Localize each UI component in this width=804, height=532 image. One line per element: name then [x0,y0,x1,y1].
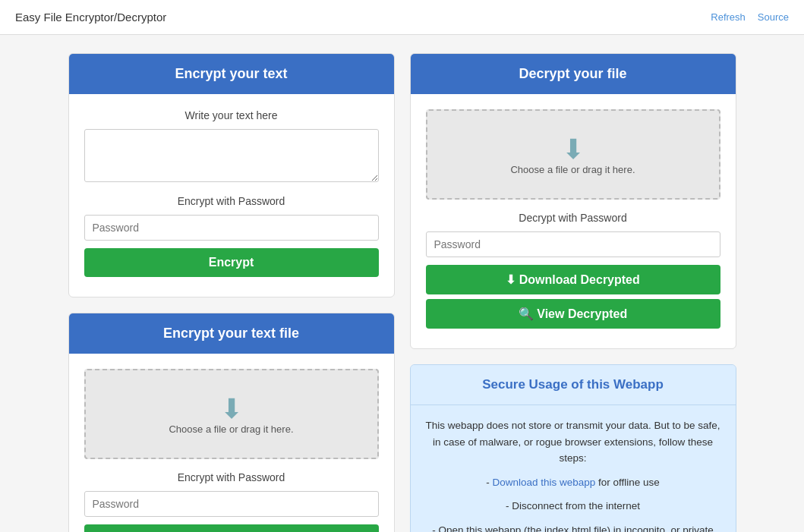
decrypt-file-password[interactable] [426,231,720,257]
encrypt-file-dropzone[interactable]: Choose a file or drag it here. [84,369,379,459]
app-title: Easy File Encryptor/Decryptor [15,11,166,24]
download-decrypted-button[interactable]: ⬇ Download Decrypted [426,265,720,294]
decrypt-file-body: Choose a file or drag it here. Decrypt w… [411,94,736,348]
decrypt-upload-icon [558,134,588,164]
secure-download-link[interactable]: Download this webapp [492,477,595,488]
encrypt-file-drop-label: Choose a file or drag it here. [101,423,362,435]
secure-step2: - Disconnect from the internet [426,498,720,515]
decrypt-file-dropzone[interactable]: Choose a file or drag it here. [426,109,720,200]
top-links: Refresh Source [711,11,789,23]
encrypt-file-card: Encrypt your text file Choose a file or … [68,313,395,532]
encrypt-file-header: Encrypt your text file [69,313,394,354]
refresh-link[interactable]: Refresh [711,11,746,23]
upload-icon [216,393,247,423]
decrypt-file-header: Decrypt your file [411,54,736,94]
source-link[interactable]: Source [758,11,789,23]
decrypt-file-card: Decrypt your file Choose a file or drag … [410,53,736,349]
encrypt-file-password-label: Encrypt with Password [84,471,379,483]
encrypt-file-body: Choose a file or drag it here. Encrypt w… [69,354,394,532]
right-column: Decrypt your file Choose a file or drag … [410,53,736,532]
encrypt-password-label: Encrypt with Password [84,195,379,207]
top-bar: Easy File Encryptor/Decryptor Refresh So… [0,0,804,35]
encrypt-file-password[interactable] [84,491,379,517]
encrypt-text-password[interactable] [84,215,379,241]
encrypt-text-input[interactable] [84,129,379,182]
decrypt-password-label: Decrypt with Password [426,212,720,224]
secure-step1: - Download this webapp for offline use [426,474,720,491]
encrypt-text-card: Encrypt your text Write your text here E… [68,53,395,297]
left-column: Encrypt your text Write your text here E… [68,53,395,532]
main-content: Encrypt your text Write your text here E… [53,53,752,532]
secure-step1-suffix: for offline use [595,477,660,488]
secure-header: Secure Usage of this Webapp [411,365,736,405]
encrypt-text-body: Write your text here Encrypt with Passwo… [69,94,394,297]
secure-body-text: This webapp does not store or transmit y… [426,417,720,467]
encrypt-text-header: Encrypt your text [69,54,394,94]
encrypt-text-button[interactable]: Encrypt [84,248,379,277]
view-decrypted-button[interactable]: 🔍 View Decrypted [426,299,720,329]
secure-body: This webapp does not store or transmit y… [411,405,736,532]
secure-usage-card: Secure Usage of this Webapp This webapp … [410,364,736,532]
decrypt-file-drop-label: Choose a file or drag it here. [443,164,704,175]
write-label: Write your text here [84,109,379,121]
secure-step3: - Open this webapp (the index.html file)… [426,522,720,532]
encrypt-file-button[interactable]: Encrypt [84,524,379,532]
